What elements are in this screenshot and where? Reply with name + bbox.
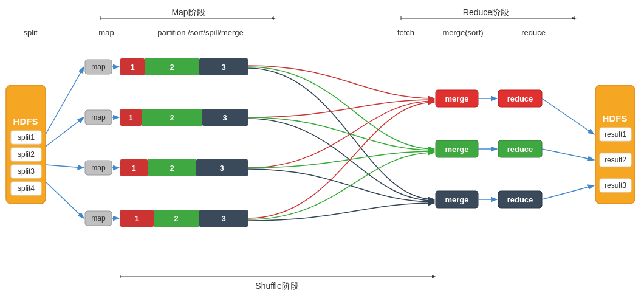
hdfs-right-label: HDFS bbox=[603, 113, 628, 123]
hdfs-left-label: HDFS bbox=[13, 116, 38, 126]
bar4-seg2-label: 2 bbox=[174, 214, 178, 223]
map-label-4: map bbox=[91, 214, 106, 223]
bar4-seg1-label: 1 bbox=[134, 214, 139, 223]
bar2-seg2-label: 2 bbox=[170, 113, 174, 122]
fetch-col-label: fetch bbox=[397, 28, 414, 37]
reduce-label-dark: reduce bbox=[507, 195, 533, 204]
bar1-seg3-label: 3 bbox=[221, 63, 225, 72]
result3-label: result3 bbox=[605, 181, 626, 190]
arrow-hdfs-map1 bbox=[46, 67, 84, 134]
map-col-label: map bbox=[98, 28, 114, 37]
result2-label: result2 bbox=[605, 156, 626, 164]
bar1-seg1-label: 1 bbox=[130, 63, 134, 72]
arrow-bar3-seg3-merge-dark bbox=[248, 169, 434, 202]
split4-label: split4 bbox=[18, 184, 35, 193]
result1-label: result1 bbox=[605, 130, 626, 139]
bar4-seg3-label: 3 bbox=[221, 214, 225, 223]
split2-label: split2 bbox=[18, 150, 35, 159]
arrow-bar4-seg1-merge-red bbox=[248, 102, 434, 218]
reduce-phase-label: Reduce阶段 bbox=[463, 7, 509, 17]
arrow-bar4-seg2-merge-green bbox=[248, 153, 434, 219]
bar1-seg2-label: 2 bbox=[170, 63, 174, 72]
merge-sort-col-label: merge(sort) bbox=[442, 28, 483, 37]
merge-label-red: merge bbox=[445, 94, 468, 103]
diagram-svg: Map阶段 Reduce阶段 split map partition /sort… bbox=[0, 0, 644, 304]
arrow-bar3-seg1-merge-red bbox=[248, 101, 434, 168]
map-label-3: map bbox=[91, 164, 106, 172]
map-label-1: map bbox=[91, 63, 106, 71]
partition-col-label: partition /sort/spill/merge bbox=[157, 28, 244, 37]
arrow-reduce-result2 bbox=[542, 149, 594, 160]
arrow-reduce-result3 bbox=[542, 185, 594, 199]
arrow-bar1-seg3-merge-dark bbox=[248, 68, 434, 199]
arrow-reduce-result1 bbox=[542, 98, 594, 134]
bar3-seg2-label: 2 bbox=[170, 164, 174, 173]
map-phase-label: Map阶段 bbox=[171, 7, 205, 17]
map-label-2: map bbox=[91, 113, 106, 122]
split1-label: split1 bbox=[18, 133, 35, 142]
merge-label-green: merge bbox=[445, 145, 468, 154]
reduce-label-green: reduce bbox=[507, 145, 533, 154]
arrow-hdfs-map2 bbox=[46, 117, 84, 147]
arrow-hdfs-map3 bbox=[46, 165, 84, 168]
arrow-hdfs-map4 bbox=[46, 182, 84, 218]
arrow-bar4-seg3-merge-dark bbox=[248, 203, 434, 221]
reduce-col-label: reduce bbox=[521, 28, 546, 37]
arrow-bar2-seg2-merge-green bbox=[248, 117, 434, 150]
merge-label-dark: merge bbox=[445, 195, 468, 204]
bar2-seg3-label: 3 bbox=[222, 113, 227, 122]
bar3-seg1-label: 1 bbox=[131, 164, 135, 173]
arrow-bar1-seg1-merge-red bbox=[248, 66, 434, 98]
split3-label: split3 bbox=[18, 167, 35, 176]
bar3-seg3-label: 3 bbox=[219, 164, 224, 173]
diagram-container: Map阶段 Reduce阶段 split map partition /sort… bbox=[0, 0, 644, 304]
bar2-seg1-label: 1 bbox=[128, 113, 132, 122]
split-col-label: split bbox=[23, 28, 38, 37]
shuffle-label: Shuffle阶段 bbox=[255, 281, 298, 291]
reduce-label-red: reduce bbox=[507, 94, 533, 103]
